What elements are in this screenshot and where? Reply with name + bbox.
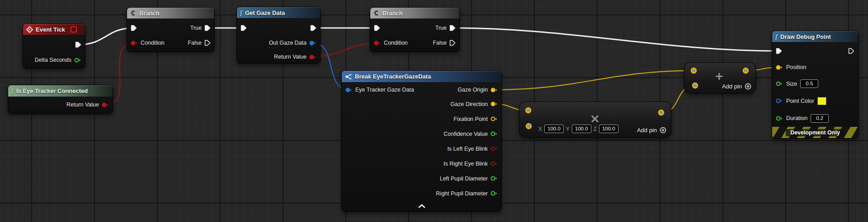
pin-branch2-exec-in[interactable]	[374, 25, 380, 31]
function-icon: f	[775, 33, 778, 40]
wire-vector[interactable]	[494, 71, 694, 90]
pin-ggd-exec-out[interactable]	[310, 25, 316, 31]
node-break-header[interactable]: Break EyeTrackerGazeData	[342, 71, 501, 82]
pin-label: Return Value	[274, 54, 307, 60]
node-branch-2-header[interactable]: Branch	[370, 8, 459, 18]
branch-icon	[373, 10, 380, 16]
pin-ggd-out-gaze-data[interactable]	[309, 41, 316, 46]
x-value-field[interactable]: 100.0	[544, 125, 564, 133]
pin-break-gaze-origin[interactable]	[491, 88, 498, 92]
pin-label: Gaze Origin	[458, 87, 488, 93]
node-branch-1[interactable]: Branch True Condition False	[127, 7, 215, 52]
y-value-field[interactable]: 100.0	[572, 125, 591, 133]
pin-add-in-a[interactable]	[690, 67, 698, 74]
pin-event-tick-delta-seconds[interactable]	[74, 58, 81, 63]
pin-branch2-false[interactable]	[449, 40, 456, 46]
pin-multiply-in-b[interactable]	[525, 122, 533, 130]
node-draw-debug-point-header[interactable]: f Draw Debug Point	[772, 31, 858, 42]
development-only-label: Development Only	[786, 129, 844, 136]
pin-branch1-exec-in[interactable]	[131, 25, 137, 31]
pin-ddp-position[interactable]	[776, 65, 783, 70]
circle-plus-icon	[745, 83, 751, 90]
pin-ggd-return-value[interactable]	[309, 55, 316, 60]
pin-label: Delta Seconds	[35, 57, 71, 63]
pin-is-connected-return-value[interactable]	[102, 102, 109, 107]
pin-break-input[interactable]	[345, 88, 353, 92]
add-pin-label: Add pin	[637, 127, 657, 134]
pin-break-is-right-eye-blink[interactable]	[491, 161, 498, 166]
node-draw-debug-point[interactable]: f Draw Debug Point Position Size 0.5 Poi…	[772, 31, 859, 139]
node-break-eyetrackergazedata[interactable]: Break EyeTrackerGazeData Eye Tracker Gaz…	[341, 70, 502, 212]
pin-label: Right Pupil Diameter	[436, 190, 488, 197]
pin-break-is-left-eye-blink[interactable]	[491, 146, 498, 151]
pin-break-gaze-direction[interactable]	[491, 102, 498, 106]
add-pin-button[interactable]: Add pin	[637, 127, 666, 134]
pin-ddp-exec-out[interactable]	[848, 48, 854, 54]
node-add-vector[interactable]: + Add pin	[684, 62, 756, 93]
size-value-field[interactable]: 0.5	[800, 79, 818, 88]
pin-branch1-false[interactable]	[204, 40, 211, 46]
node-title: Branch	[382, 10, 403, 17]
chevron-up-icon	[418, 204, 425, 208]
pin-ggd-exec-in[interactable]	[241, 25, 247, 31]
pin-label: True	[190, 25, 202, 31]
pin-label: Confidence Value	[443, 131, 488, 137]
node-title: Branch	[139, 10, 160, 17]
blueprint-graph-canvas[interactable]: Event Tick Delta Seconds f Is Eye Tracke…	[0, 0, 868, 222]
collapse-chevron-button[interactable]	[342, 201, 501, 211]
development-only-banner: Development Only	[772, 127, 858, 138]
pin-branch1-condition[interactable]	[131, 41, 138, 46]
point-color-swatch[interactable]	[817, 97, 826, 105]
y-axis-label: Y	[566, 126, 570, 132]
node-is-eye-tracker-connected-header[interactable]: f Is Eye Tracker Connected	[8, 85, 113, 97]
node-event-tick-header[interactable]: Event Tick	[23, 24, 85, 35]
pin-multiply-out[interactable]	[657, 109, 665, 116]
pin-event-tick-exec-out[interactable]	[75, 42, 81, 48]
node-branch-2[interactable]: Branch True Condition False	[370, 7, 460, 52]
branch-icon	[130, 10, 137, 16]
pin-label: Return Value	[66, 102, 99, 108]
pin-ddp-point-color[interactable]	[776, 98, 783, 103]
function-icon: f	[240, 9, 242, 16]
node-multiply-vector[interactable]: ✕ X 100.0 Y 100.0 Z 100.0 Add pin	[519, 102, 671, 138]
pin-ddp-size[interactable]	[776, 81, 783, 86]
node-event-tick[interactable]: Event Tick Delta Seconds	[23, 23, 85, 69]
pin-label: Condition	[384, 40, 408, 46]
break-struct-icon	[345, 74, 352, 80]
pin-break-fixation-point[interactable]	[491, 116, 498, 121]
event-icon	[26, 26, 33, 33]
multiply-operator-glyph: ✕	[590, 113, 600, 125]
pin-label: Out Gaze Data	[269, 40, 307, 46]
pin-label: False	[433, 40, 447, 46]
pin-ddp-exec-in[interactable]	[776, 48, 782, 54]
pin-add-in-b[interactable]	[691, 82, 699, 89]
add-pin-button[interactable]: Add pin	[722, 83, 751, 90]
pin-branch1-true[interactable]	[204, 25, 211, 31]
wire-exec[interactable]	[453, 28, 779, 51]
node-title: Get Gaze Data	[245, 9, 285, 16]
event-bind-icon	[71, 26, 77, 32]
function-icon: f	[11, 88, 14, 94]
node-branch-1-header[interactable]: Branch	[127, 8, 214, 18]
pin-add-out[interactable]	[742, 67, 750, 74]
pin-break-confidence-value[interactable]	[491, 131, 498, 136]
pin-break-right-pupil-diameter[interactable]	[491, 191, 498, 196]
wire-bool[interactable]	[313, 43, 377, 57]
pin-label: Duration	[786, 115, 807, 121]
pin-label: Is Left Eye Blink	[447, 146, 488, 152]
node-is-eye-tracker-connected[interactable]: f Is Eye Tracker Connected Return Value	[8, 85, 113, 114]
duration-value-field[interactable]: 0.2	[811, 114, 829, 123]
wire-exec[interactable]	[78, 28, 134, 45]
pin-multiply-in-a[interactable]	[524, 106, 532, 114]
pin-break-left-pupil-diameter[interactable]	[491, 176, 498, 181]
node-get-gaze-data-header[interactable]: f Get Gaze Data	[237, 7, 320, 18]
pin-label: Gaze Direction	[450, 101, 488, 107]
pin-branch2-true[interactable]	[449, 25, 456, 31]
pin-branch2-condition[interactable]	[374, 41, 381, 46]
pin-label: Size	[786, 81, 797, 87]
pin-ddp-duration[interactable]	[776, 116, 783, 121]
pin-label: Condition	[141, 40, 165, 46]
add-pin-label: Add pin	[722, 83, 742, 90]
z-value-field[interactable]: 100.0	[599, 125, 618, 133]
node-get-gaze-data[interactable]: f Get Gaze Data Out Gaze Data Return Val…	[236, 7, 321, 64]
